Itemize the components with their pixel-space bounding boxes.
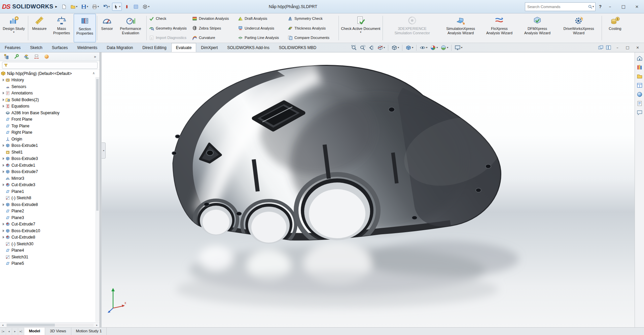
tab-model[interactable]: Model xyxy=(24,328,45,335)
dropdown-caret-icon[interactable]: ▾ xyxy=(76,5,77,8)
dropdown-caret-icon[interactable]: ▾ xyxy=(119,5,120,8)
check-active-document-button[interactable]: Check Active Document ▾ xyxy=(340,14,382,42)
options-button[interactable]: ▾ xyxy=(141,3,151,11)
home-tab[interactable] xyxy=(637,55,643,61)
import-diagnostics-button[interactable]: Import Diagnostics xyxy=(149,34,189,41)
minimize-button[interactable]: – xyxy=(605,4,615,9)
undo-button[interactable]: ▾ xyxy=(101,3,111,11)
dropdown-caret-icon[interactable]: ▾ xyxy=(98,5,99,8)
tab-solidworks-add-ins[interactable]: SOLIDWORKS Add-Ins xyxy=(222,43,274,52)
tree-item-top-plane[interactable]: Top Plane xyxy=(0,123,100,129)
new-document-button[interactable] xyxy=(60,3,68,11)
dropdown-caret-icon[interactable]: ▾ xyxy=(13,31,14,34)
check-button[interactable]: Check xyxy=(149,15,189,22)
draft-analysis-button[interactable]: Draft Analysis xyxy=(238,15,285,22)
edit-appearance-button[interactable]: ▾ xyxy=(429,44,439,51)
symmetry-check-button[interactable]: Symmetry Check xyxy=(288,15,336,22)
expander-icon[interactable] xyxy=(1,144,5,147)
tab-weldments[interactable]: Weldments xyxy=(72,43,102,52)
tab-sketch[interactable]: Sketch xyxy=(25,43,47,52)
scrollbar-thumb[interactable] xyxy=(96,79,99,211)
expander-icon[interactable] xyxy=(1,203,5,206)
floxpress-wizard-button[interactable]: FloXpress Analysis Wizard xyxy=(481,14,518,42)
view-orientation-button[interactable]: ▾ xyxy=(390,44,400,51)
tree-item-plane5[interactable]: Plane5 xyxy=(0,260,100,267)
dropdown-caret-icon[interactable]: ▾ xyxy=(384,46,385,49)
nav-first-icon[interactable]: |◂ xyxy=(0,328,6,335)
apply-scene-button[interactable]: ▾ xyxy=(439,44,449,51)
scroll-left-icon[interactable]: ◂ xyxy=(0,324,5,327)
tree-item-boss-extrude1[interactable]: Boss-Extrude1 xyxy=(0,142,100,149)
zebra-stripes-button[interactable]: Zebra Stripes xyxy=(192,25,235,32)
tree-item-boss-extrude7[interactable]: Boss-Extrude7 xyxy=(0,169,100,175)
3dexperience-simulation-connector-button[interactable]: 3DEXPERIENCE Simulation Connector xyxy=(384,14,440,42)
curvature-button[interactable]: Curvature xyxy=(192,34,235,41)
print-button[interactable]: ▾ xyxy=(91,3,100,11)
dfmxpress-wizard-button[interactable]: DFMXpress Analysis Wizard xyxy=(518,14,557,42)
tree-item-equations[interactable]: Equations xyxy=(0,103,100,110)
tree-item-front-plane[interactable]: Front Plane xyxy=(0,116,100,123)
search-dropdown-caret-icon[interactable]: ▾ xyxy=(593,5,594,8)
expander-icon[interactable] xyxy=(1,164,5,167)
dimxpertmanager-tab[interactable] xyxy=(34,54,39,59)
section-view-button[interactable]: ▾ xyxy=(376,44,386,51)
file-explorer-tab[interactable] xyxy=(637,73,643,79)
tree-item-origin[interactable]: Origin xyxy=(0,136,100,142)
panel-collapse-handle[interactable]: ◂ xyxy=(102,142,106,159)
tree-item-plane4[interactable]: Plane4 xyxy=(0,247,100,254)
featuremanager-tab[interactable] xyxy=(3,54,9,59)
expander-icon[interactable] xyxy=(1,170,5,173)
scrollbar-thumb[interactable] xyxy=(7,324,55,327)
undercut-analysis-button[interactable]: Undercut Analysis xyxy=(238,25,285,32)
forum-tab[interactable] xyxy=(637,110,643,116)
open-button[interactable]: ▾ xyxy=(69,3,79,11)
zoom-to-fit-button[interactable] xyxy=(350,44,358,51)
dropdown-caret-icon[interactable]: ▾ xyxy=(461,46,462,49)
tree-item-sketch30[interactable]: (-) Sketch30 xyxy=(0,241,100,247)
expander-icon[interactable] xyxy=(1,92,5,94)
dropdown-caret-icon[interactable]: ▾ xyxy=(108,5,110,8)
tab-data-migration[interactable]: Data Migration xyxy=(102,43,138,52)
dropdown-caret-icon[interactable]: ▾ xyxy=(436,46,438,49)
expander-icon[interactable] xyxy=(1,223,5,225)
search-icon[interactable] xyxy=(588,4,593,9)
hide-show-items-button[interactable]: ▾ xyxy=(419,44,428,51)
display-grid-button[interactable] xyxy=(132,3,140,11)
scroll-right-icon[interactable]: ▸ xyxy=(94,324,100,327)
design-library-tab[interactable] xyxy=(637,64,643,70)
tab-motion-study-1[interactable]: Motion Study 1 xyxy=(71,328,107,335)
custom-properties-tab[interactable] xyxy=(637,100,643,107)
tile-windows-icon[interactable] xyxy=(606,45,611,50)
nav-last-icon[interactable]: ▸| xyxy=(18,328,24,335)
zoom-to-area-button[interactable] xyxy=(359,44,367,51)
tab-direct-editing[interactable]: Direct Editing xyxy=(138,43,171,52)
tree-item-sketch8[interactable]: (-) Sketch8 xyxy=(0,195,100,202)
save-button[interactable]: ▾ xyxy=(80,3,90,11)
tree-item-material[interactable]: A286 Iron Base Superalloy xyxy=(0,110,100,116)
deviation-analysis-button[interactable]: Deviation Analysis xyxy=(192,15,235,22)
tree-vertical-scrollbar[interactable] xyxy=(96,77,99,322)
tree-item-plane2[interactable]: Plane2 xyxy=(0,208,100,215)
tree-item-boss-extrude3[interactable]: Boss-Extrude3 xyxy=(0,156,100,162)
menu-flyout-arrow-icon[interactable]: ▸ xyxy=(56,4,58,9)
appearances-tab[interactable] xyxy=(637,91,643,97)
dropdown-caret-icon[interactable]: ▾ xyxy=(447,46,448,49)
performance-evaluation-button[interactable]: Performance Evaluation xyxy=(116,14,145,42)
expander-icon[interactable] xyxy=(1,79,5,81)
previous-view-button[interactable] xyxy=(367,44,375,51)
tree-item-cut-extrude8[interactable]: Cut-Extrude8 xyxy=(0,234,100,241)
compare-documents-button[interactable]: Compare Documents xyxy=(288,34,336,41)
tree-item-boss-extrude8[interactable]: Boss-Extrude8 xyxy=(0,201,100,208)
tree-item-shell1[interactable]: Shell1 xyxy=(0,149,100,156)
nav-prev-icon[interactable]: ◂ xyxy=(6,328,12,335)
geometry-analysis-button[interactable]: Geometry Analysis xyxy=(149,25,189,32)
panel-tabs-chevron-icon[interactable]: » xyxy=(94,54,96,59)
design-study-button[interactable]: Design Study ▾ xyxy=(1,14,27,42)
help-button[interactable]: ? xyxy=(599,4,602,9)
tree-item-history[interactable]: History xyxy=(0,77,100,84)
cascade-windows-icon[interactable] xyxy=(598,45,603,50)
thickness-analysis-button[interactable]: Thickness Analysis xyxy=(288,25,336,32)
tree-item-plane3[interactable]: Plane3 xyxy=(0,214,100,221)
doc-minimize-button[interactable]: – xyxy=(614,45,621,50)
collapse-tree-icon[interactable]: ∧ xyxy=(93,71,95,75)
